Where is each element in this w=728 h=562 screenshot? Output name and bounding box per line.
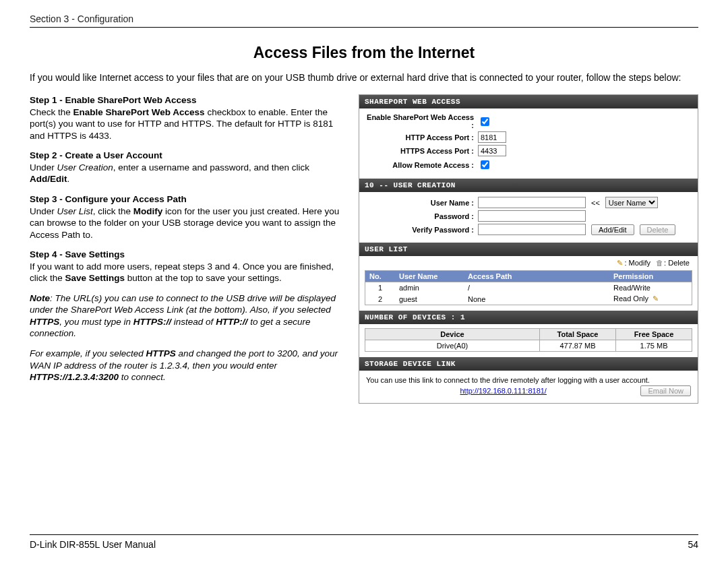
step2-title: Step 2 - Create a User Account [30,150,162,160]
verify-password-label: Verify Password : [366,226,478,234]
step3-text-b: User List [57,206,93,216]
step1-text-a: Check the [30,107,73,117]
step3-text-a: Under [30,206,57,216]
router-ui-panel: SHAREPORT WEB ACCESS Enable SharePort We… [359,94,698,404]
step1-title: Step 1 - Enable SharePort Web Access [30,95,197,105]
step2-text-a: Under [30,162,57,173]
instructions-column: Step 1 - Enable SharePort Web Access Che… [30,94,346,391]
col-perm: Permission [609,271,692,282]
step4-text-c: button at the top to save your settings. [125,273,282,283]
step2-text-d: Add/Edit [30,174,67,184]
note2-d: HTTPS://1.2.3.4:3200 [30,372,119,382]
step2-text-e: . [67,174,70,184]
panel-header-storage-link: STORAGE DEVICE LINK [359,357,698,371]
allow-remote-label: Allow Remote Access : [366,161,478,169]
note1-e: instead of [171,317,216,327]
panel-header-user-list: USER LIST [359,243,698,256]
step4-text-b: Save Settings [65,273,125,283]
note1-f: HTTP:// [216,317,247,327]
table-row: 1 admin / Read/Write [365,282,692,294]
table-row: 2 guest None Read Only ✎ [365,293,692,305]
verify-password-input[interactable] [478,224,586,235]
note1-d: HTTPS:// [133,317,171,327]
devices-table: Device Total Space Free Space Drive(A0) … [365,328,692,352]
http-port-input[interactable] [478,131,506,143]
note1-b: HTTPS [30,317,59,327]
storage-device-link[interactable]: http://192.168.0.111:8181/ [366,387,640,395]
copy-arrow: << [591,199,600,207]
step1-text-b: Enable SharePort Web Access [73,107,205,117]
password-input[interactable] [478,210,586,222]
user-list-table: No. User Name Access Path Permission 1 a… [365,270,692,305]
table-row: Drive(A0) 477.87 MB 1.75 MB [365,340,692,352]
note1-c: , you must type in [59,317,133,327]
username-label: User Name : [366,199,478,207]
storage-desc: You can use this link to connect to the … [359,371,698,385]
note1-a: : The URL(s) you can use to connect to t… [30,293,336,315]
step3-title: Step 3 - Configure your Access Path [30,194,187,204]
page-section-header: Section 3 - Configuration [30,13,698,28]
https-port-label: HTTPS Access Port : [366,147,478,155]
allow-remote-checkbox[interactable] [481,160,489,169]
step4-title: Step 4 - Save Settings [30,249,125,259]
delete-icon: 🗑 [655,259,664,267]
step2-text-b: User Creation [57,162,113,173]
username-input[interactable] [478,197,586,208]
modify-icon: ✎ [615,259,624,268]
https-port-input[interactable] [478,145,506,156]
intro-text: If you would like Internet access to you… [30,71,698,84]
add-edit-button[interactable]: Add/Edit [591,224,634,235]
user-list-legend: ✎: Modify 🗑: Delete [359,256,698,268]
enable-shareport-checkbox[interactable] [481,117,489,126]
panel-header-user-creation: 10 -- USER CREATION [359,179,698,192]
col-path: Access Path [464,271,609,282]
col-no: No. [365,271,396,282]
modify-icon[interactable]: ✎ [653,294,659,303]
col-free-space: Free Space [616,329,692,340]
email-now-button[interactable]: Email Now [640,385,691,396]
note2-b: HTTPS [146,348,176,358]
step3-text-c: , click the [93,206,133,216]
note-lead: Note [30,293,50,303]
col-user: User Name [395,271,464,282]
note2-e: to connect. [119,372,166,382]
http-port-label: HTTP Access Port : [366,133,478,142]
footer-page-number: 54 [688,539,698,550]
step2-text-c: , enter a username and password, and the… [113,162,309,173]
username-select[interactable]: User Name [605,197,658,208]
enable-shareport-label: Enable SharePort Web Access : [366,113,478,129]
delete-button[interactable]: Delete [640,224,676,235]
password-label: Password : [366,212,478,220]
page-title: Access Files from the Internet [30,44,698,62]
note2-a: For example, if you selected [30,348,146,358]
panel-header-shareport: SHAREPORT WEB ACCESS [359,95,698,108]
step3-text-d: Modify [133,206,163,216]
col-device: Device [365,329,540,340]
panel-header-devices: NUMBER OF DEVICES : 1 [359,311,698,324]
footer-manual-name: D-Link DIR-855L User Manual [30,539,156,550]
col-total-space: Total Space [540,329,616,340]
